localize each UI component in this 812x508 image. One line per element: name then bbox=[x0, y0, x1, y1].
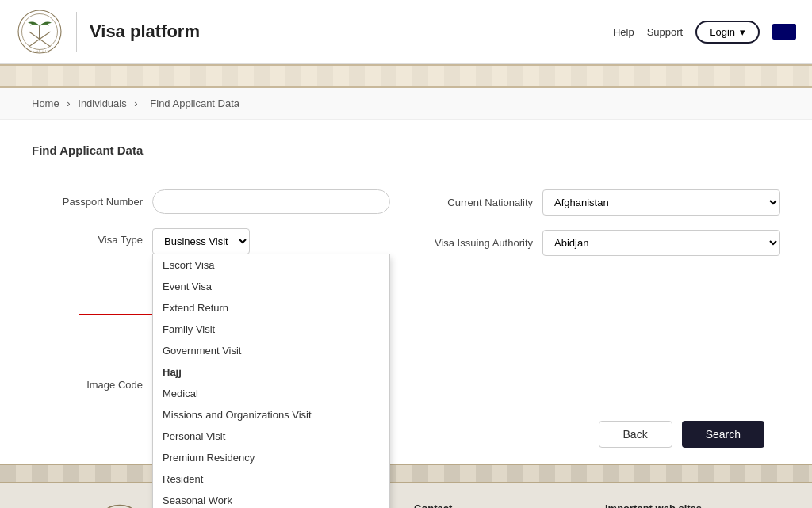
nationality-select[interactable]: Afghanistan Albania bbox=[542, 189, 780, 216]
passport-number-label: Passport Number bbox=[32, 196, 143, 208]
dropdown-option-event[interactable]: Event Visa bbox=[153, 276, 389, 297]
svg-point-8 bbox=[94, 506, 144, 509]
action-row: Back Search bbox=[32, 421, 780, 448]
header-divider bbox=[76, 12, 77, 52]
header: وزارة الخارجية Visa platform Help Suppor… bbox=[0, 0, 812, 64]
footer-important-col: Important web sites Ministry Of Foreign … bbox=[605, 502, 780, 508]
visa-type-label: Visa Type bbox=[32, 228, 143, 246]
flag-icon bbox=[772, 24, 796, 40]
visa-authority-label: Visa Issuing Authority bbox=[422, 237, 533, 249]
visa-authority-select[interactable]: Abidjan Abu Dhabi bbox=[542, 230, 780, 256]
footer-emblem: وزارة الخارجية bbox=[92, 502, 147, 508]
dropdown-option-seasonal-work[interactable]: Seasonal Work bbox=[153, 490, 389, 508]
main-content: Find Applicant Data Passport Number Visa… bbox=[0, 120, 812, 464]
svg-text:وزارة الخارجية: وزارة الخارجية bbox=[30, 49, 48, 53]
footer-contact-heading: Contact bbox=[414, 502, 589, 508]
visa-type-row: Visa Type Business Visit Escort Visa Eve… bbox=[32, 228, 390, 254]
header-title: Visa platform bbox=[90, 21, 200, 42]
support-link[interactable]: Support bbox=[647, 26, 684, 38]
footer-important-heading: Important web sites bbox=[605, 502, 780, 508]
header-right: Help Support Login ▾ bbox=[613, 21, 796, 44]
dropdown-option-extend-return[interactable]: Extend Return bbox=[153, 297, 389, 319]
footer-content: وزارة الخارجية Services Citizens Busines… bbox=[32, 502, 780, 508]
decorative-banner-top bbox=[0, 64, 812, 88]
footer: وزارة الخارجية Services Citizens Busines… bbox=[0, 483, 812, 508]
breadcrumb-sep2: › bbox=[134, 97, 137, 109]
help-link[interactable]: Help bbox=[613, 26, 634, 38]
dropdown-option-premium-residency[interactable]: Premium Residency bbox=[153, 447, 389, 468]
nationality-label: Current Nationality bbox=[422, 197, 533, 208]
back-button[interactable]: Back bbox=[599, 421, 672, 448]
search-button[interactable]: Search bbox=[682, 421, 764, 448]
dropdown-option-hajj[interactable]: Hajj bbox=[153, 361, 389, 383]
passport-number-row: Passport Number bbox=[32, 189, 390, 214]
dropdown-option-family-visit[interactable]: Family Visit bbox=[153, 319, 389, 340]
dropdown-option-missions[interactable]: Missions and Organizations Visit bbox=[153, 404, 389, 426]
header-left: وزارة الخارجية Visa platform bbox=[16, 8, 200, 55]
footer-decorative-banner bbox=[0, 464, 812, 483]
form-left: Passport Number Visa Type Business Visit… bbox=[32, 189, 390, 397]
chevron-down-icon: ▾ bbox=[740, 26, 745, 38]
visa-type-dropdown-wrapper: Business Visit Escort Visa Event Visa Es… bbox=[152, 228, 390, 254]
section-title: Find Applicant Data bbox=[32, 136, 780, 170]
dropdown-option-resident[interactable]: Resident bbox=[153, 468, 389, 490]
dropdown-option-medical[interactable]: Medical bbox=[153, 383, 389, 404]
login-button[interactable]: Login ▾ bbox=[695, 21, 760, 44]
breadcrumb-current: Find Applicant Data bbox=[150, 97, 239, 109]
visa-authority-row: Visa Issuing Authority Abidjan Abu Dhabi bbox=[422, 230, 780, 256]
nationality-row: Current Nationality Afghanistan Albania bbox=[422, 189, 780, 216]
passport-number-input[interactable] bbox=[152, 189, 390, 214]
breadcrumb-home[interactable]: Home bbox=[32, 97, 59, 109]
visa-type-select[interactable]: Business Visit Escort Visa Event Visa bbox=[152, 228, 250, 254]
dropdown-option-escort[interactable]: Escort Visa bbox=[153, 254, 389, 276]
dropdown-option-government-visit[interactable]: Government Visit bbox=[153, 340, 389, 361]
footer-contact-col: Contact Technical Support Help bbox=[414, 502, 589, 508]
breadcrumb-individuals[interactable]: Individuals bbox=[78, 97, 126, 109]
form-right: Current Nationality Afghanistan Albania … bbox=[422, 189, 780, 397]
form-section: Passport Number Visa Type Business Visit… bbox=[32, 189, 780, 397]
dropdown-option-personal-visit[interactable]: Personal Visit bbox=[153, 426, 389, 447]
logo-emblem: وزارة الخارجية bbox=[16, 8, 63, 55]
breadcrumb-sep1: › bbox=[67, 97, 70, 109]
image-code-label: Image Code bbox=[32, 379, 143, 391]
login-label: Login bbox=[710, 26, 735, 38]
breadcrumb: Home › Individuals › Find Applicant Data bbox=[0, 88, 812, 120]
visa-type-dropdown-menu[interactable]: Escort Visa Event Visa Extend Return Fam… bbox=[152, 254, 390, 508]
